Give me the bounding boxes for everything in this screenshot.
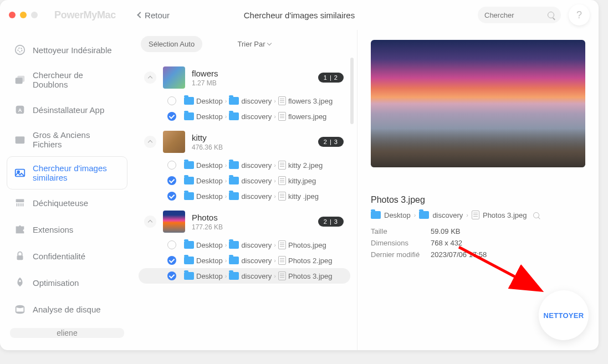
group-header[interactable]: kitty 476.36 KB 2 | 3: [134, 126, 355, 157]
group-header[interactable]: Photos 177.26 KB 2 | 3: [134, 206, 355, 237]
group: Photos 177.26 KB 2 | 3 Desktop›discovery…: [134, 206, 355, 284]
stack-icon: [14, 74, 26, 86]
minimize-window-icon[interactable]: [20, 12, 27, 18]
help-button[interactable]: ?: [569, 4, 590, 25]
archive-icon: [14, 134, 26, 146]
group: flowers 1.27 MB 1 | 2 Desktop›discovery›…: [134, 62, 355, 124]
sidebar-item-optimisation[interactable]: Optimisation: [7, 269, 127, 296]
collapse-button[interactable]: [144, 71, 156, 84]
file-row[interactable]: Desktop›discovery›Photos 3.jpeg: [139, 268, 350, 284]
close-window-icon[interactable]: [9, 12, 16, 18]
file-row[interactable]: Desktop›discovery›Photos 2.jpeg: [139, 253, 350, 268]
svg-point-17: [16, 305, 24, 309]
checkbox[interactable]: [167, 112, 176, 121]
group-size: 1.27 MB: [192, 79, 318, 87]
sidebar-item-large-files[interactable]: Gros & Anciens Fichiers: [7, 123, 127, 156]
group-size: 476.36 KB: [192, 143, 318, 151]
checkbox[interactable]: [167, 96, 176, 105]
file-name: kitty .jpeg: [288, 192, 319, 201]
document-icon: [278, 192, 286, 201]
folder-icon: [184, 161, 194, 169]
file-row[interactable]: Desktop›discovery›kitty 2.jpeg: [139, 157, 350, 173]
folder-icon: [229, 272, 239, 280]
sidebar-item-uninstaller[interactable]: A Désinstallateur App: [7, 96, 127, 123]
file-row[interactable]: Desktop›discovery›flowers.jpeg: [139, 109, 350, 124]
file-path: Desktop›discovery›kitty.jpeg: [184, 176, 316, 185]
document-icon: [278, 112, 286, 121]
group-name: Photos: [192, 213, 318, 222]
collapse-button[interactable]: [144, 136, 156, 148]
rocket-icon: [14, 276, 26, 289]
sidebar-item-similar-images[interactable]: Chercheur d'images similaires: [7, 156, 127, 189]
results-toolbar: Sélection Auto Trier Par: [134, 30, 357, 58]
sidebar-item-disk-analysis[interactable]: Analyse de disque: [7, 296, 127, 322]
chevron-left-icon: [137, 12, 143, 18]
app-title: PowerMyMac: [54, 9, 116, 21]
document-icon: [278, 240, 286, 249]
svg-rect-10: [16, 199, 24, 203]
chevron-up-icon: [148, 76, 152, 80]
reveal-icon[interactable]: [533, 212, 539, 218]
detail-filename: Photos 3.jpeg: [371, 195, 585, 205]
selection-badge: 2 | 3: [318, 217, 344, 227]
target-icon: [14, 44, 26, 56]
svg-text:A: A: [18, 107, 22, 113]
sidebar-item-label: Optimisation: [33, 278, 79, 288]
auto-select-button[interactable]: Sélection Auto: [141, 36, 202, 52]
file-row[interactable]: Desktop›discovery›kitty .jpeg: [139, 188, 350, 204]
group-info: kitty 476.36 KB: [192, 133, 318, 151]
folder-icon: [229, 112, 239, 120]
group-header[interactable]: flowers 1.27 MB 1 | 2: [134, 62, 355, 93]
group-thumbnail: [163, 66, 185, 89]
folder-icon: [419, 211, 429, 219]
sidebar-item-shredder[interactable]: Déchiqueteuse: [7, 189, 127, 216]
group-name: flowers: [192, 69, 318, 78]
image-preview: [371, 40, 585, 167]
meta-label: Dernier modifié: [371, 249, 431, 261]
folder-icon: [184, 97, 194, 105]
checkbox[interactable]: [167, 192, 176, 201]
file-row[interactable]: Desktop›discovery›flowers 3.jpeg: [139, 93, 350, 109]
sidebar-item-label: Extensions: [33, 225, 73, 234]
collapse-button[interactable]: [144, 216, 156, 228]
svg-point-1: [18, 48, 22, 52]
titlebar: PowerMyMac Retour Chercheur d'images sim…: [0, 0, 599, 30]
checkbox[interactable]: [167, 240, 176, 249]
checkbox[interactable]: [167, 176, 176, 185]
folder-icon: [229, 177, 239, 184]
sidebar-item-extensions[interactable]: Extensions: [7, 216, 127, 243]
file-path: Desktop›discovery›Photos.jpeg: [184, 240, 326, 249]
file-name: Photos.jpeg: [288, 241, 326, 249]
results-panel: Sélection Auto Trier Par flowers 1.27 MB: [134, 30, 357, 350]
sidebar-item-privacy[interactable]: Confidentialité: [7, 243, 127, 269]
folder-icon: [229, 192, 239, 200]
file-row[interactable]: Desktop›discovery›Photos.jpeg: [139, 237, 350, 253]
document-icon: [278, 256, 286, 265]
sidebar-item-label: Chercheur d'images similaires: [33, 163, 120, 182]
checkbox[interactable]: [167, 161, 176, 170]
chevron-up-icon: [148, 140, 152, 145]
clean-button[interactable]: NETTOYER: [539, 290, 589, 340]
document-icon: [278, 96, 286, 105]
folder-icon: [184, 257, 194, 264]
group-info: flowers 1.27 MB: [192, 69, 318, 87]
folder-icon: [229, 257, 239, 264]
checkbox[interactable]: [167, 256, 176, 265]
detail-meta: Taille59.09 KB Dimensions768 x 432 Derni…: [371, 226, 585, 260]
sidebar-item-junk-cleaner[interactable]: Nettoyeur Indésirable: [7, 37, 127, 63]
maximize-window-icon[interactable]: [31, 12, 38, 18]
svg-rect-15: [17, 255, 23, 260]
sort-dropdown[interactable]: Trier Par: [238, 40, 271, 48]
sidebar-item-duplicates[interactable]: Chercheur de Doublons: [7, 63, 127, 96]
group-name: kitty: [192, 133, 318, 142]
back-button[interactable]: Retour: [138, 11, 170, 20]
file-row[interactable]: Desktop›discovery›kitty.jpeg: [139, 173, 350, 188]
user-button[interactable]: eliene: [10, 328, 124, 338]
search-box[interactable]: [478, 7, 561, 23]
document-icon: [278, 176, 286, 185]
checkbox[interactable]: [167, 271, 176, 280]
file-name: Photos 2.jpeg: [288, 257, 333, 265]
window-controls: [9, 12, 38, 18]
detail-path[interactable]: Desktop› discovery› Photos 3.jpeg: [371, 211, 585, 219]
search-input[interactable]: [484, 11, 548, 19]
